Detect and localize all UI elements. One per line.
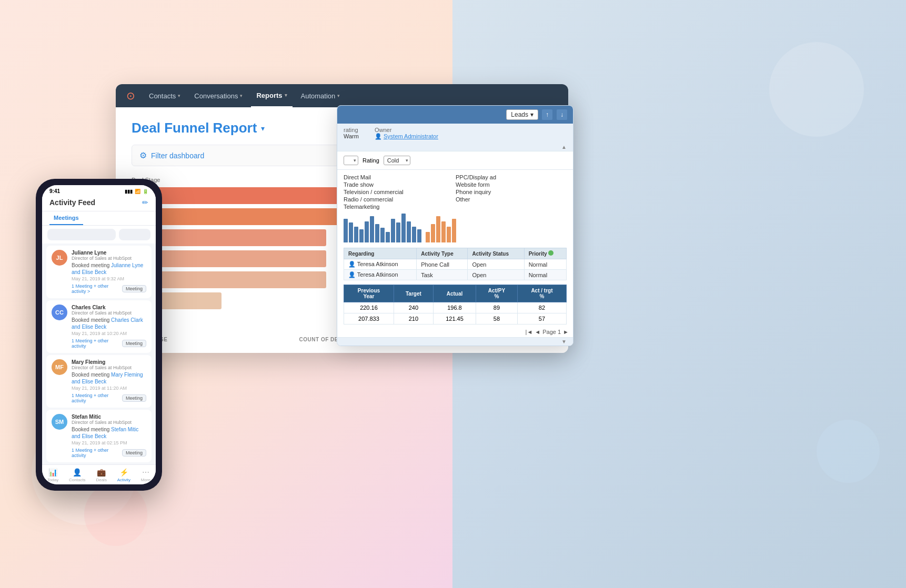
report-title: Deal Funnel Report bbox=[132, 120, 257, 136]
cell-regarding: 👤 Teresa Atkinson bbox=[344, 270, 417, 280]
cell-act-trgt: 82 bbox=[517, 302, 566, 313]
mini-bar bbox=[370, 216, 374, 242]
contact-sub: Director of Sales at HubSpot bbox=[72, 365, 146, 370]
crm-info-row: rating Warm Owner 👤 System Administrator bbox=[337, 124, 573, 143]
mini-bar bbox=[386, 232, 390, 242]
hubspot-navbar: ⊙ Contacts ▾ Conversations ▾ Reports ▾ A… bbox=[116, 84, 568, 107]
crm-scroll-top: ▲ bbox=[337, 143, 573, 151]
cold-select[interactable]: Cold bbox=[384, 156, 410, 165]
cell-status: Open bbox=[468, 270, 524, 280]
nav-more[interactable]: ⋯ More bbox=[141, 468, 150, 482]
activity-footer: 1 Meeting + other activity Meeting bbox=[72, 338, 146, 349]
crm-scrollable-wrapper: ▲ Rating Cold Direct Mail PPC/Disp bbox=[337, 143, 573, 346]
col-target: Target bbox=[394, 285, 433, 302]
mini-bar bbox=[349, 222, 353, 242]
source-radio: Radio / commercial bbox=[344, 196, 455, 202]
edit-icon[interactable]: ✏ bbox=[142, 198, 148, 207]
col-activity-type: Activity Type bbox=[417, 248, 468, 259]
cold-select-wrapper: Cold bbox=[384, 156, 410, 165]
activity-item: SM Stefan Mitic Director of Sales at Hub… bbox=[46, 410, 152, 462]
mini-bar-orange bbox=[452, 219, 456, 242]
col-actual: Actual bbox=[433, 285, 476, 302]
deco-circle-2 bbox=[84, 483, 147, 546]
activity-footer: 1 Meeting + other activity Meeting bbox=[72, 393, 146, 403]
first-page-button[interactable]: |◄ bbox=[526, 329, 533, 335]
activity-content: Mary Fleming Director of Sales at HubSpo… bbox=[72, 359, 146, 403]
search-bar-1[interactable] bbox=[47, 229, 116, 240]
phone-tabs: Meetings bbox=[42, 211, 156, 226]
more-activity-link[interactable]: 1 Meeting + other activity bbox=[72, 338, 122, 349]
crm-pagination: |◄ ◄ Page 1 ► bbox=[337, 327, 573, 337]
sort-up-button[interactable]: ↑ bbox=[541, 109, 553, 120]
tab-meetings[interactable]: Meetings bbox=[49, 211, 83, 225]
report-dropdown-icon[interactable]: ▾ bbox=[261, 124, 265, 133]
avatar: CC bbox=[52, 305, 67, 320]
more-icon: ⋯ bbox=[142, 468, 149, 477]
search-bar-2[interactable] bbox=[119, 229, 150, 240]
sort-down-button[interactable]: ↓ bbox=[556, 109, 568, 120]
phone-status-bar: 9:41 ▮▮▮ 📶 🔋 bbox=[42, 185, 156, 195]
person-icon-small: 👤 bbox=[348, 261, 357, 267]
source-phone: Phone inquiry bbox=[456, 189, 567, 195]
activity-date: May 21, 2019 at 10:20 AM bbox=[72, 331, 146, 336]
more-activity-link[interactable]: 1 Meeting + other activity > bbox=[72, 283, 122, 294]
cell-prev-year: 207.833 bbox=[344, 313, 394, 325]
source-direct-mail: Direct Mail bbox=[344, 174, 455, 180]
activity-feed-title: Activity Feed bbox=[49, 198, 95, 207]
meeting-badge: Meeting bbox=[122, 340, 146, 347]
source-telemarketing: Telemarketing bbox=[344, 204, 455, 210]
more-activity-link[interactable]: 1 Meeting + other activity bbox=[72, 393, 122, 403]
mini-bar bbox=[380, 228, 385, 242]
activity-item: JL Julianne Lyne Director of Sales at Hu… bbox=[46, 246, 152, 298]
deco-circle-4 bbox=[817, 420, 880, 483]
signal-icon: ▮▮▮ bbox=[125, 189, 133, 194]
activity-icon: ⚡ bbox=[119, 468, 128, 477]
activity-link-text[interactable]: Charles Clark and Elise Beck bbox=[72, 317, 143, 330]
phone-app-header: Activity Feed ✏ bbox=[42, 195, 156, 211]
nav-conversations[interactable]: Conversations ▾ bbox=[189, 84, 248, 107]
nav-contacts-label: Contacts bbox=[149, 92, 176, 100]
owner-section: Owner 👤 System Administrator bbox=[375, 127, 438, 140]
page-label: Page 1 bbox=[542, 329, 561, 335]
activity-description: Booked meeting Stefan Mitic and Elise Be… bbox=[72, 426, 146, 440]
activity-date: May 21, 2019 at 11:20 AM bbox=[72, 386, 146, 391]
filter-select-1[interactable] bbox=[344, 156, 358, 165]
nav-reports[interactable]: Reports ▾ bbox=[251, 84, 292, 107]
contacts-icon: 👤 bbox=[73, 468, 82, 477]
wifi-icon: 📶 bbox=[135, 189, 140, 194]
mini-bar bbox=[365, 221, 369, 242]
cell-act-py: 89 bbox=[476, 302, 518, 313]
more-activity-link[interactable]: 1 Meeting + other activity bbox=[72, 448, 122, 458]
chevron-down-icon: ▾ bbox=[178, 93, 180, 98]
phone-status-icons: ▮▮▮ 📶 🔋 bbox=[125, 189, 148, 194]
phone-search-area bbox=[42, 226, 156, 244]
col-priority: Priority bbox=[524, 248, 566, 259]
col-regarding: Regarding bbox=[344, 248, 417, 259]
nav-contacts[interactable]: 👤 Contacts bbox=[69, 468, 86, 482]
next-page-button[interactable]: ► bbox=[563, 329, 569, 335]
activity-content: Charles Clark Director of Sales at HubSp… bbox=[72, 305, 146, 349]
nav-deals[interactable]: 💼 Deals bbox=[96, 468, 106, 482]
today-icon: 📊 bbox=[48, 468, 57, 477]
chevron-down-icon: ▾ bbox=[337, 93, 340, 98]
mini-bar bbox=[407, 221, 411, 242]
prev-page-button[interactable]: ◄ bbox=[535, 329, 540, 335]
nav-contacts[interactable]: Contacts ▾ bbox=[144, 84, 186, 107]
activity-link-text[interactable]: Stefan Mitic and Elise Beck bbox=[72, 427, 138, 439]
activity-link-text[interactable]: Julianne Lyne and Elise Beck bbox=[72, 262, 143, 275]
activity-description: Booked meeting Julianne Lyne and Elise B… bbox=[72, 262, 146, 276]
chevron-down-icon: ▾ bbox=[285, 93, 287, 98]
nav-today[interactable]: 📊 Today bbox=[47, 468, 58, 482]
crm-summary-table: PreviousYear Target Actual Act/PY% Act /… bbox=[344, 285, 567, 325]
leads-dropdown[interactable]: Leads ▾ bbox=[506, 109, 538, 120]
nav-activity[interactable]: ⚡ Activity bbox=[117, 468, 130, 482]
activity-link-text[interactable]: Mary Fleming and Elise Beck bbox=[72, 372, 143, 384]
crm-filter-section: Rating Cold bbox=[337, 151, 573, 170]
activity-list: JL Julianne Lyne Director of Sales at Hu… bbox=[42, 244, 156, 464]
mini-bar bbox=[344, 219, 348, 242]
owner-link[interactable]: System Administrator bbox=[384, 133, 438, 139]
nav-automation[interactable]: Automation ▾ bbox=[296, 84, 346, 107]
source-other: Other bbox=[456, 196, 567, 202]
mini-bar bbox=[354, 227, 358, 242]
rating-filter-label: Rating bbox=[363, 157, 379, 164]
